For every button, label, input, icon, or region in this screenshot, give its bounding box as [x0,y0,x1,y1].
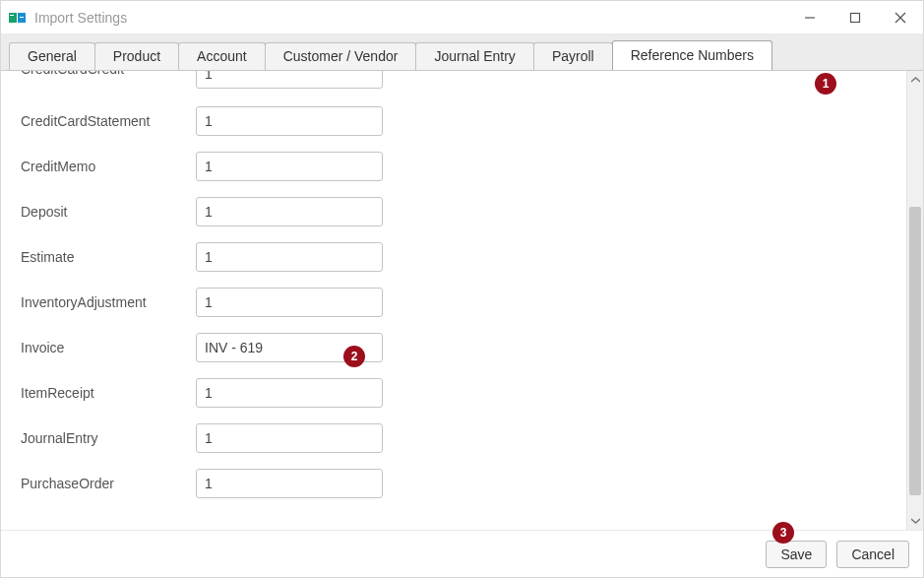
field-row-estimate: Estimate [21,234,906,280]
footer: Save Cancel [1,530,923,577]
svg-rect-3 [20,17,24,18]
tab-label: Account [197,48,247,64]
field-label: Invoice [21,340,196,355]
deposit-input[interactable] [196,197,383,226]
field-row-itemreceipt: ItemReceipt [21,370,906,416]
field-row-creditcardcredit: CreditCardCredit [21,71,906,98]
scroll-down-icon[interactable] [907,512,924,530]
save-button[interactable]: Save [766,541,827,568]
field-row-creditmemo: CreditMemo [21,144,906,189]
field-label: ItemReceipt [21,385,196,401]
tabstrip: General Product Account Customer / Vendo… [1,34,923,71]
tab-journal-entry[interactable]: Journal Entry [415,42,533,70]
svg-rect-5 [851,13,860,22]
titlebar: Import Settings [1,1,923,34]
app-icon [9,11,27,25]
tab-reference-numbers[interactable]: Reference Numbers [612,40,772,70]
field-row-deposit: Deposit [21,189,906,234]
scroll-thumb[interactable] [909,207,921,494]
tab-payroll[interactable]: Payroll [533,42,613,70]
window: Import Settings General Product Account … [0,0,924,578]
creditmemo-input[interactable] [196,152,383,181]
tab-label: Reference Numbers [631,47,754,63]
tab-customer-vendor[interactable]: Customer / Vendor [265,42,417,70]
svg-rect-0 [9,13,17,23]
field-label: CreditCardCredit [21,71,196,77]
scroll-track[interactable] [907,89,923,512]
itemreceipt-input[interactable] [196,378,383,408]
tab-account[interactable]: Account [178,42,266,70]
tab-label: Customer / Vendor [283,48,399,64]
field-row-journalentry: JournalEntry [21,416,906,461]
content: CreditCardCredit CreditCardStatement Cre… [1,71,923,530]
reference-numbers-form: CreditCardCredit CreditCardStatement Cre… [21,71,906,506]
scroll-up-icon[interactable] [907,71,924,89]
field-row-purchaseorder: PurchaseOrder [21,461,906,506]
tab-label: General [28,48,77,64]
estimate-input[interactable] [196,242,383,272]
window-title: Import Settings [34,10,127,26]
field-row-invoice: Invoice [21,325,906,370]
tab-label: Product [113,48,160,64]
purchaseorder-input[interactable] [196,469,383,498]
field-row-creditcardstatement: CreditCardStatement [21,98,906,144]
tab-label: Payroll [552,48,594,64]
creditcardstatement-input[interactable] [196,106,383,136]
invoice-input[interactable] [196,333,383,362]
close-button[interactable] [878,1,923,34]
vertical-scrollbar[interactable] [906,71,923,530]
tab-general[interactable]: General [9,42,95,70]
field-row-inventoryadjustment: InventoryAdjustment [21,280,906,325]
creditcardcredit-input[interactable] [196,71,383,89]
svg-rect-2 [10,15,14,16]
journalentry-input[interactable] [196,423,383,453]
minimize-button[interactable] [787,1,832,34]
tab-product[interactable]: Product [94,42,179,70]
maximize-button[interactable] [832,1,878,34]
field-label: CreditCardStatement [21,113,196,129]
cancel-button[interactable]: Cancel [836,541,909,568]
field-label: JournalEntry [21,430,196,446]
inventoryadjustment-input[interactable] [196,288,383,317]
tab-label: Journal Entry [434,48,515,64]
field-label: Deposit [21,204,196,220]
field-label: PurchaseOrder [21,476,196,491]
field-label: Estimate [21,249,196,265]
field-label: CreditMemo [21,159,196,174]
field-label: InventoryAdjustment [21,294,196,310]
form-scroll: CreditCardCredit CreditCardStatement Cre… [1,71,906,530]
